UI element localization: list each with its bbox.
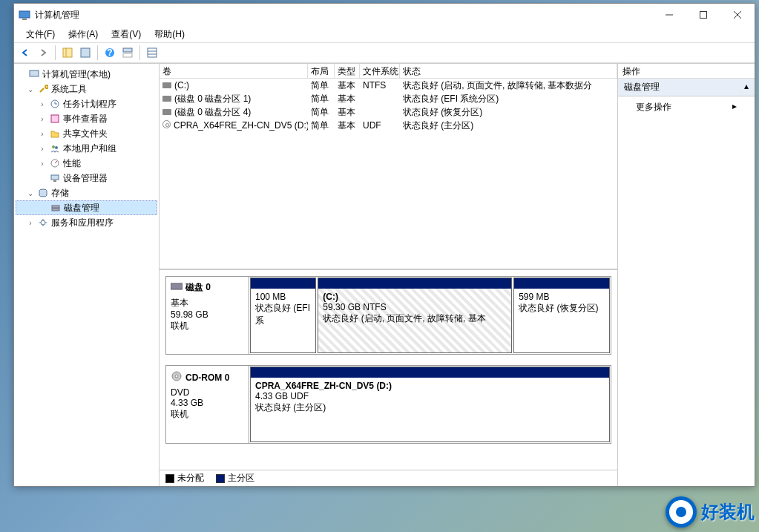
tree-event-viewer[interactable]: ›事件查看器 — [16, 111, 157, 126]
svg-line-24 — [55, 161, 57, 163]
col-volume[interactable]: 卷 — [160, 64, 308, 78]
disk-icon — [171, 282, 183, 293]
tree-system-tools[interactable]: ⌄系统工具 — [16, 82, 157, 96]
svg-rect-12 — [123, 53, 132, 57]
close-button[interactable] — [720, 4, 755, 26]
minimize-button[interactable] — [652, 4, 686, 26]
titlebar: 计算机管理 — [14, 4, 755, 26]
storage-icon — [37, 187, 49, 199]
expand-icon[interactable]: › — [38, 160, 47, 168]
tree-task-scheduler[interactable]: ›任务计划程序 — [16, 96, 157, 111]
tree-local-users[interactable]: ›本地用户和组 — [16, 141, 157, 156]
svg-text:?: ? — [107, 47, 112, 58]
clock-icon — [49, 98, 61, 110]
tree-storage[interactable]: ⌄存储 — [16, 185, 157, 200]
collapse-icon[interactable]: ⌄ — [26, 189, 35, 197]
menu-view[interactable]: 查看(V) — [105, 27, 147, 42]
cdrom-0-row[interactable]: CD-ROM 0 DVD 4.33 GB 联机 CPRA_X64FRE_ZH-C… — [165, 365, 611, 444]
chevron-right-icon: ▸ — [732, 101, 737, 114]
maximize-button[interactable] — [686, 4, 720, 26]
svg-rect-20 — [51, 115, 59, 122]
back-button[interactable] — [17, 45, 33, 61]
menu-file[interactable]: 文件(F) — [20, 27, 61, 42]
device-icon — [49, 172, 61, 184]
computer-icon — [28, 68, 40, 80]
watermark: 好装机 — [666, 496, 755, 528]
menu-action[interactable]: 操作(A) — [62, 27, 104, 42]
expand-icon[interactable]: › — [38, 115, 47, 123]
svg-point-30 — [41, 220, 45, 225]
app-icon — [19, 9, 30, 21]
perf-icon — [49, 157, 61, 169]
cdrom-partition[interactable]: CPRA_X64FRE_ZH-CN_DV5 (D:) 4.33 GB UDF 状… — [250, 367, 610, 442]
disk-0-partitions: 100 MB状态良好 (EFI 系(C:)59.30 GB NTFS状态良好 (… — [249, 277, 611, 354]
show-tree-button[interactable] — [59, 45, 76, 61]
volume-header-row: 卷 布局 类型 文件系统 状态 — [160, 64, 617, 79]
expand-icon[interactable]: › — [26, 219, 35, 227]
tree-root[interactable]: 计算机管理(本地) — [16, 67, 157, 82]
actions-section[interactable]: 磁盘管理▴ — [618, 79, 755, 96]
tree-shared-folders[interactable]: ›共享文件夹 — [16, 126, 157, 141]
disk-0-row[interactable]: 磁盘 0 基本 59.98 GB 联机 100 MB状态良好 (EFI 系(C:… — [165, 276, 611, 355]
computer-management-window: 计算机管理 文件(F) 操作(A) 查看(V) 帮助(H) ? 计算机管理(本地… — [13, 3, 755, 487]
tree-device-manager[interactable]: 设备管理器 — [16, 171, 157, 185]
properties-button[interactable] — [77, 45, 93, 61]
volume-row[interactable]: (磁盘 0 磁盘分区 4)简单基本状态良好 (恢复分区) — [160, 105, 617, 119]
middle-panel: 卷 布局 类型 文件系统 状态 (C:)简单基本NTFS状态良好 (启动, 页面… — [160, 64, 618, 486]
collapse-icon[interactable]: ⌄ — [26, 85, 35, 93]
expand-icon[interactable]: › — [38, 145, 47, 153]
expand-icon[interactable]: › — [38, 100, 47, 108]
legend-primary: 主分区 — [216, 472, 254, 485]
title-text: 计算机管理 — [35, 9, 652, 22]
cd-icon — [171, 370, 183, 384]
view-top-button[interactable] — [119, 45, 136, 61]
cdrom-partitions: CPRA_X64FRE_ZH-CN_DV5 (D:) 4.33 GB UDF 状… — [249, 366, 611, 443]
svg-rect-11 — [123, 48, 132, 52]
col-status[interactable]: 状态 — [400, 64, 617, 78]
legend: 未分配 主分区 — [160, 470, 617, 486]
svg-point-22 — [55, 146, 58, 149]
svg-rect-25 — [51, 175, 59, 180]
cdrom-0-info: CD-ROM 0 DVD 4.33 GB 联机 — [166, 366, 249, 443]
col-type[interactable]: 类型 — [335, 64, 360, 78]
svg-rect-31 — [171, 283, 183, 289]
svg-point-21 — [52, 145, 55, 148]
forward-button[interactable] — [35, 45, 51, 61]
svg-rect-16 — [30, 70, 39, 76]
actions-panel: 操作 磁盘管理▴ 更多操作▸ — [618, 64, 755, 486]
window-controls — [652, 4, 755, 26]
svg-rect-26 — [53, 180, 56, 182]
view-list-button[interactable] — [144, 45, 160, 61]
tree-panel[interactable]: 计算机管理(本地) ⌄系统工具 ›任务计划程序 ›事件查看器 ›共享文件夹 ›本… — [14, 64, 160, 486]
tree-performance[interactable]: ›性能 — [16, 156, 157, 171]
disk-icon — [50, 202, 62, 214]
svg-rect-8 — [81, 48, 90, 57]
volume-row[interactable]: (C:)简单基本NTFS状态良好 (启动, 页面文件, 故障转储, 基本数据分 — [160, 79, 617, 92]
help-button[interactable]: ? — [102, 45, 118, 61]
col-layout[interactable]: 布局 — [308, 64, 335, 78]
watermark-logo-icon — [666, 496, 697, 528]
disk-partition[interactable]: (C:)59.30 GB NTFS状态良好 (启动, 页面文件, 故障转储, 基… — [318, 278, 512, 353]
disk-partition[interactable]: 599 MB状态良好 (恢复分区) — [513, 278, 610, 353]
volume-row[interactable]: (磁盘 0 磁盘分区 1)简单基本状态良好 (EFI 系统分区) — [160, 92, 617, 105]
content-area: 计算机管理(本地) ⌄系统工具 ›任务计划程序 ›事件查看器 ›共享文件夹 ›本… — [14, 63, 755, 486]
collapse-icon[interactable]: ▴ — [744, 81, 749, 93]
disk-map: 磁盘 0 基本 59.98 GB 联机 100 MB状态良好 (EFI 系(C:… — [160, 270, 617, 470]
actions-more[interactable]: 更多操作▸ — [618, 96, 755, 118]
svg-rect-13 — [148, 48, 157, 57]
toolbar: ? — [14, 42, 755, 63]
volume-row[interactable]: CPRA_X64FRE_ZH-CN_DV5 (D:)简单基本UDF状态良好 (主… — [160, 119, 617, 132]
legend-unallocated: 未分配 — [165, 472, 204, 485]
tree-disk-management[interactable]: 磁盘管理 — [16, 200, 157, 215]
disk-0-info: 磁盘 0 基本 59.98 GB 联机 — [166, 277, 249, 354]
expand-icon[interactable]: › — [38, 130, 47, 138]
menubar: 文件(F) 操作(A) 查看(V) 帮助(H) — [14, 26, 755, 42]
actions-header: 操作 — [618, 64, 755, 79]
tree-services-apps[interactable]: ›服务和应用程序 — [16, 215, 157, 230]
col-fs[interactable]: 文件系统 — [360, 64, 400, 78]
services-icon — [37, 217, 49, 229]
svg-rect-29 — [52, 208, 59, 211]
disk-partition[interactable]: 100 MB状态良好 (EFI 系 — [250, 278, 316, 353]
menu-help[interactable]: 帮助(H) — [148, 27, 191, 42]
event-icon — [49, 113, 61, 125]
